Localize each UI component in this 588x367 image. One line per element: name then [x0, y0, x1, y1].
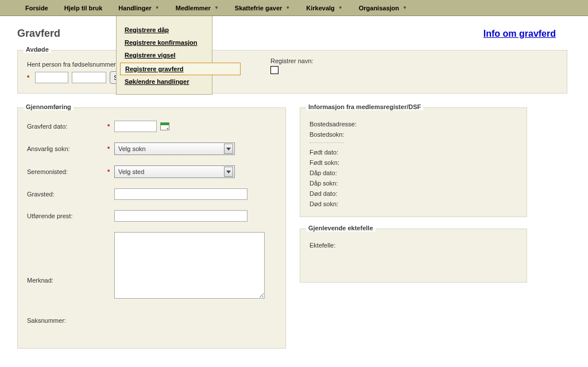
gravsted-label: Gravsted: — [27, 191, 107, 198]
nav-medlemmer[interactable]: Medlemmer ▼ — [168, 0, 227, 16]
handlinger-dropdown: Registrere dåp Registrere konfirmasjon R… — [116, 16, 212, 95]
chevron-down-icon: ▼ — [285, 5, 290, 10]
ektefelle-label: Ektefelle: — [310, 242, 378, 249]
utforende-prest-input[interactable] — [114, 210, 247, 222]
gjennomforing-group: Gjennomføring Gravferd dato: * Ansvarlig… — [17, 107, 286, 349]
nav-label: Medlemmer — [176, 5, 211, 11]
required-marker: * — [107, 145, 114, 152]
chevron-down-icon: ▼ — [338, 5, 343, 10]
fodselsnummer-input-2[interactable] — [72, 72, 106, 83]
dap-sokn-label: Dåp sokn: — [310, 180, 378, 187]
registrer-navn-label: Registrer navn: — [270, 57, 314, 64]
gravsted-input[interactable] — [114, 188, 247, 200]
ektefelle-group: Gjenlevende ektefelle Ektefelle: — [300, 229, 527, 283]
nav-kirkevalg[interactable]: Kirkevalg ▼ — [298, 0, 350, 16]
dropdown-item-sok-endre[interactable]: Søk/endre handlinger — [117, 76, 212, 88]
utforende-prest-label: Utførende prest: — [27, 213, 107, 219]
nav-label: Hjelp til bruk — [64, 5, 103, 11]
merknad-wrapper — [114, 232, 265, 300]
seremonisted-select[interactable]: Velg sted — [114, 165, 235, 178]
fodselsnummer-input-1[interactable] — [35, 72, 68, 83]
nav-skattefrie-gaver[interactable]: Skattefrie gaver ▼ — [227, 0, 298, 16]
ansvarlig-sokn-select[interactable]: Velg sokn — [114, 142, 235, 155]
dropdown-item-gravferd[interactable]: Registrere gravferd — [120, 63, 241, 75]
merknad-textarea[interactable] — [114, 232, 265, 299]
seremonisted-label: Seremonisted: — [27, 168, 107, 175]
chevron-down-icon: ▼ — [155, 5, 160, 10]
gravferd-dato-input[interactable] — [114, 121, 157, 132]
bostedsokn-label: Bostedsokn: — [310, 131, 378, 138]
nav-label: Forside — [25, 5, 48, 11]
avdode-legend: Avdøde — [24, 46, 51, 53]
fodt-dato-label: Født dato: — [310, 149, 378, 156]
dropdown-item-konfirmasjon[interactable]: Registrere konfirmasjon — [117, 37, 212, 49]
dod-dato-label: Død dato: — [310, 190, 378, 197]
required-marker: * — [107, 123, 114, 130]
nav-label: Handlinger — [118, 5, 151, 11]
info-register-group: Informasjon fra medlemsregister/DSF Bost… — [300, 107, 527, 217]
ansvarlig-sokn-value: Velg sokn — [118, 145, 146, 152]
avdode-group: Avdøde Hent person fra fødselsnummer * S… — [17, 50, 567, 94]
saksnummer-label: Saksnummer: — [27, 317, 107, 324]
nav-label: Kirkevalg — [306, 5, 335, 11]
nav-organisasjon[interactable]: Organisasjon ▼ — [351, 0, 415, 16]
registrer-navn-block: Registrer navn: — [270, 57, 314, 75]
chevron-down-icon: ▼ — [214, 5, 219, 10]
required-marker: * — [27, 74, 29, 81]
info-register-legend: Informasjon fra medlemsregister/DSF — [306, 103, 423, 110]
ansvarlig-sokn-label: Ansvarlig sokn: — [27, 145, 107, 152]
gjennomforing-legend: Gjennomføring — [24, 103, 74, 110]
gravferd-dato-label: Gravferd dato: — [27, 123, 107, 130]
dropdown-item-vigsel[interactable]: Registrere vigsel — [117, 49, 212, 62]
calendar-icon[interactable] — [160, 122, 169, 130]
nav-forside[interactable]: Forside — [17, 0, 56, 16]
registrer-navn-checkbox[interactable] — [270, 66, 278, 74]
divider — [310, 142, 344, 143]
nav-hjelp[interactable]: Hjelp til bruk — [56, 0, 111, 16]
seremonisted-value: Velg sted — [118, 168, 144, 175]
info-om-gravferd-link[interactable]: Info om gravferd — [483, 29, 556, 39]
bostedsadresse-label: Bostedsadresse: — [310, 121, 378, 128]
merknad-label: Merknad: — [27, 277, 107, 284]
dropdown-item-dap[interactable]: Registrere dåp — [117, 24, 212, 37]
top-nav: Forside Hjelp til bruk Handlinger ▼ Medl… — [0, 0, 588, 16]
nav-label: Skattefrie gaver — [235, 5, 283, 11]
nav-label: Organisasjon — [359, 5, 399, 11]
required-marker: * — [107, 168, 114, 175]
ektefelle-legend: Gjenlevende ektefelle — [306, 225, 376, 231]
fodt-sokn-label: Født sokn: — [310, 159, 378, 166]
chevron-down-icon: ▼ — [403, 5, 407, 10]
dod-sokn-label: Død sokn: — [310, 200, 378, 207]
chevron-down-icon — [224, 167, 233, 177]
dap-dato-label: Dåp dato: — [310, 169, 378, 176]
nav-handlinger[interactable]: Handlinger ▼ — [110, 0, 167, 16]
chevron-down-icon — [224, 144, 233, 154]
